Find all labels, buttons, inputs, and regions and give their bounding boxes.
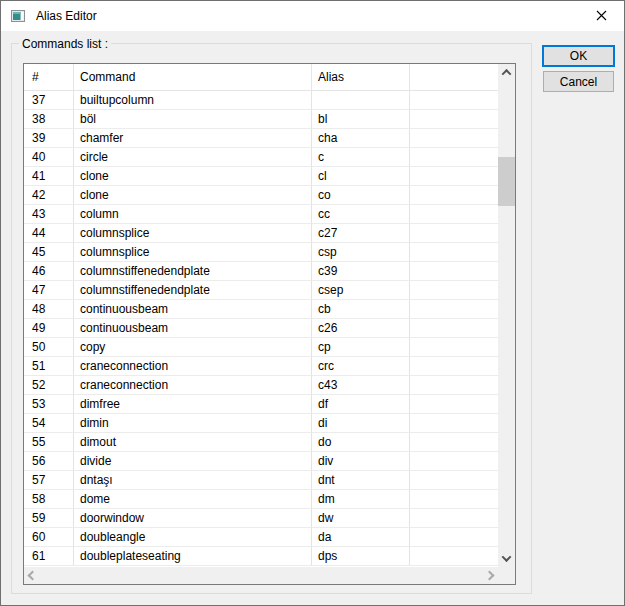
alias-cell[interactable]: c39 <box>312 262 410 281</box>
extra-cell[interactable] <box>410 490 498 509</box>
table-row[interactable]: 61doubleplateseatingdps <box>24 547 498 566</box>
cancel-button[interactable]: Cancel <box>543 71 614 92</box>
extra-cell[interactable] <box>410 547 498 566</box>
alias-cell[interactable]: dnt <box>312 471 410 490</box>
command-cell[interactable]: builtupcolumn <box>74 91 312 110</box>
ok-button[interactable]: OK <box>542 45 615 67</box>
extra-cell[interactable] <box>410 243 498 262</box>
command-cell[interactable]: dimout <box>74 433 312 452</box>
row-number-cell[interactable]: 44 <box>24 224 74 243</box>
table-row[interactable]: 51craneconnectioncrc <box>24 357 498 376</box>
alias-cell[interactable]: cha <box>312 129 410 148</box>
command-cell[interactable]: dome <box>74 490 312 509</box>
scroll-up-button[interactable] <box>498 64 515 81</box>
row-number-cell[interactable]: 45 <box>24 243 74 262</box>
command-cell[interactable]: clone <box>74 186 312 205</box>
command-cell[interactable]: doorwindow <box>74 509 312 528</box>
command-cell[interactable]: divide <box>74 452 312 471</box>
row-number-cell[interactable]: 52 <box>24 376 74 395</box>
table-row[interactable]: 49continuousbeamc26 <box>24 319 498 338</box>
table-row[interactable]: 45columnsplicecsp <box>24 243 498 262</box>
extra-cell[interactable] <box>410 528 498 547</box>
alias-cell[interactable] <box>312 91 410 110</box>
alias-cell[interactable]: div <box>312 452 410 471</box>
row-number-cell[interactable]: 42 <box>24 186 74 205</box>
row-number-cell[interactable]: 60 <box>24 528 74 547</box>
alias-cell[interactable]: dps <box>312 547 410 566</box>
command-cell[interactable]: clone <box>74 167 312 186</box>
table-row[interactable]: 47columnstiffenedendplatecsep <box>24 281 498 300</box>
command-cell[interactable]: columnsplice <box>74 224 312 243</box>
row-number-cell[interactable]: 38 <box>24 110 74 129</box>
extra-cell[interactable] <box>410 129 498 148</box>
command-cell[interactable]: columnsplice <box>74 243 312 262</box>
scroll-down-button[interactable] <box>498 550 515 567</box>
header-extra[interactable] <box>410 64 498 90</box>
vertical-scrollbar[interactable] <box>498 64 515 567</box>
extra-cell[interactable] <box>410 262 498 281</box>
row-number-cell[interactable]: 55 <box>24 433 74 452</box>
alias-cell[interactable]: c <box>312 148 410 167</box>
alias-cell[interactable]: c26 <box>312 319 410 338</box>
extra-cell[interactable] <box>410 395 498 414</box>
alias-cell[interactable]: csep <box>312 281 410 300</box>
table-row[interactable]: 52craneconnectionc43 <box>24 376 498 395</box>
alias-cell[interactable]: df <box>312 395 410 414</box>
scroll-left-button[interactable] <box>24 567 41 584</box>
extra-cell[interactable] <box>410 357 498 376</box>
table-row[interactable]: 53dimfreedf <box>24 395 498 414</box>
horizontal-scrollbar[interactable] <box>24 567 498 584</box>
row-number-cell[interactable]: 58 <box>24 490 74 509</box>
table-row[interactable]: 39chamfercha <box>24 129 498 148</box>
extra-cell[interactable] <box>410 205 498 224</box>
extra-cell[interactable] <box>410 224 498 243</box>
table-row[interactable]: 56dividediv <box>24 452 498 471</box>
table-row[interactable]: 40circlec <box>24 148 498 167</box>
alias-cell[interactable]: crc <box>312 357 410 376</box>
table-row[interactable]: 41clonecl <box>24 167 498 186</box>
alias-cell[interactable]: co <box>312 186 410 205</box>
row-number-cell[interactable]: 50 <box>24 338 74 357</box>
command-cell[interactable]: chamfer <box>74 129 312 148</box>
command-cell[interactable]: circle <box>74 148 312 167</box>
header-number[interactable]: # <box>24 64 74 90</box>
extra-cell[interactable] <box>410 452 498 471</box>
extra-cell[interactable] <box>410 433 498 452</box>
row-number-cell[interactable]: 49 <box>24 319 74 338</box>
alias-cell[interactable]: da <box>312 528 410 547</box>
command-cell[interactable]: columnstiffenedendplate <box>74 262 312 281</box>
row-number-cell[interactable]: 37 <box>24 91 74 110</box>
row-number-cell[interactable]: 47 <box>24 281 74 300</box>
command-cell[interactable]: dntaşı <box>74 471 312 490</box>
table-row[interactable]: 42cloneco <box>24 186 498 205</box>
extra-cell[interactable] <box>410 91 498 110</box>
extra-cell[interactable] <box>410 319 498 338</box>
command-cell[interactable]: columnstiffenedendplate <box>74 281 312 300</box>
alias-cell[interactable]: do <box>312 433 410 452</box>
command-cell[interactable]: continuousbeam <box>74 319 312 338</box>
command-cell[interactable]: doubleangle <box>74 528 312 547</box>
extra-cell[interactable] <box>410 338 498 357</box>
row-number-cell[interactable]: 46 <box>24 262 74 281</box>
close-button[interactable] <box>579 1 624 30</box>
row-number-cell[interactable]: 40 <box>24 148 74 167</box>
alias-cell[interactable]: cc <box>312 205 410 224</box>
table-row[interactable]: 37builtupcolumn <box>24 91 498 110</box>
table-row[interactable]: 48continuousbeamcb <box>24 300 498 319</box>
alias-cell[interactable]: di <box>312 414 410 433</box>
row-number-cell[interactable]: 54 <box>24 414 74 433</box>
table-row[interactable]: 44columnsplicec27 <box>24 224 498 243</box>
extra-cell[interactable] <box>410 414 498 433</box>
row-number-cell[interactable]: 39 <box>24 129 74 148</box>
extra-cell[interactable] <box>410 471 498 490</box>
alias-cell[interactable]: cl <box>312 167 410 186</box>
extra-cell[interactable] <box>410 281 498 300</box>
table-row[interactable]: 54dimindi <box>24 414 498 433</box>
table-row[interactable]: 46columnstiffenedendplatec39 <box>24 262 498 281</box>
command-cell[interactable]: craneconnection <box>74 376 312 395</box>
command-cell[interactable]: dimfree <box>74 395 312 414</box>
header-command[interactable]: Command <box>74 64 312 90</box>
command-cell[interactable]: dimin <box>74 414 312 433</box>
command-cell[interactable]: copy <box>74 338 312 357</box>
table-row[interactable]: 50copycp <box>24 338 498 357</box>
